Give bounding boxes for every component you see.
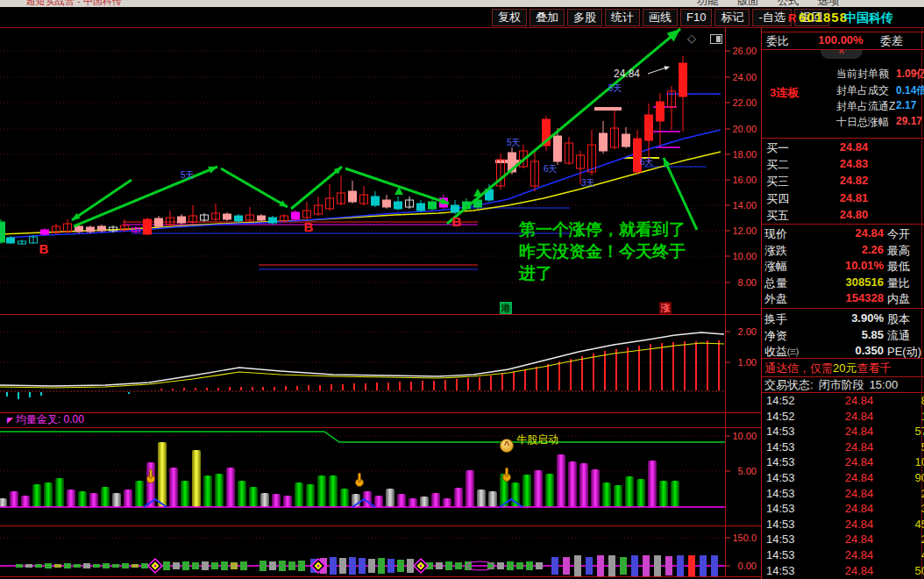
buy-queue-price-1: 24.83 <box>821 157 887 170</box>
rpanel-divider-2 <box>762 138 924 139</box>
status-value: 闭市阶段 <box>819 378 864 391</box>
ad-text-2: 查看千 <box>856 361 891 375</box>
quote-row-label2-0: 今开 <box>887 226 910 242</box>
limit-stat-value-3: 29.17 <box>896 115 922 127</box>
window-titlebar: 超短实战营 - 中国科传 功能版面公式选项 <box>0 0 924 7</box>
buy-queue-label-2: 买三 <box>766 174 789 189</box>
tx-vol-1: 1 <box>885 410 924 423</box>
rpanel-divider-5 <box>762 358 924 359</box>
chart-canvas: 26.0024.0022.0020.0018.0016.0014.0012.00… <box>0 0 763 579</box>
svg-text:港: 港 <box>501 303 511 313</box>
tx-vol-7: 3 <box>885 502 924 515</box>
quote-row2-label-0: 换手 <box>764 311 787 327</box>
tx-time-5: 14:53 <box>766 471 795 484</box>
quote-row2-label-2: 收益㈢ <box>764 344 799 360</box>
stock-code: 601858 <box>799 10 848 25</box>
toolbar-button-7[interactable]: -自选 <box>752 9 791 26</box>
quote-row-label-0: 现价 <box>764 226 787 242</box>
svg-text:10.00: 10.00 <box>732 251 757 261</box>
menu-item-0[interactable]: 功能 <box>697 0 718 7</box>
status-label: 交易状态: <box>764 378 814 391</box>
chart-minwindow-icon[interactable] <box>710 34 722 44</box>
indicator2-label: 均量金叉: 0.00 <box>16 413 84 425</box>
note-line-0: 第一个涨停，就看到了 <box>519 218 729 240</box>
quote-row2-label2-1: 流通 <box>887 328 910 344</box>
tx-vol-3: 5 <box>885 440 924 454</box>
chart-diamond-icon[interactable] <box>687 32 696 45</box>
buy-queue-label-3: 买四 <box>766 191 789 207</box>
svg-text:8.00: 8.00 <box>738 277 757 288</box>
svg-text:22.00: 22.00 <box>732 97 757 108</box>
limit-stat-value-2: 2.17 <box>896 99 916 111</box>
chart-annotation-note: 第一个涨停，就看到了昨天没资金！今天终于进了 <box>519 218 729 284</box>
rpanel-divider-6 <box>762 376 924 377</box>
collapse-tab[interactable] <box>821 49 863 59</box>
bull-signal-chevron-icon[interactable] <box>500 439 514 453</box>
tx-time-8: 14:53 <box>766 518 795 531</box>
tx-price-0: 24.84 <box>835 394 884 407</box>
buy-queue-price-4: 24.80 <box>821 208 887 221</box>
limit-stat-value-1: 0.14倍 <box>896 83 924 98</box>
svg-text:20.00: 20.00 <box>732 124 757 134</box>
quote-row2-label2-2: PE(动) <box>887 344 921 360</box>
tx-price-9: 24.84 <box>835 533 884 546</box>
tx-time-10: 14:53 <box>766 548 795 561</box>
ad-banner[interactable]: 通达信，仅需20元查看千 <box>764 361 891 376</box>
status-time: 15:00 <box>870 378 899 391</box>
buy-queue-price-0: 24.84 <box>821 140 887 154</box>
svg-text:1.00: 1.00 <box>738 357 757 368</box>
buy-queue-label-0: 买一 <box>766 140 789 156</box>
toolbar-button-1[interactable]: 叠加 <box>530 9 565 26</box>
tx-time-11: 14:53 <box>766 564 795 577</box>
indicator2-icon <box>7 416 13 425</box>
tx-price-6: 24.84 <box>835 487 884 500</box>
svg-text:5.00: 5.00 <box>738 466 757 476</box>
limit-stat-label-3: 十日总涨幅 <box>836 115 889 130</box>
svg-text:12.00: 12.00 <box>732 225 757 236</box>
toolbar-buttons: 复权叠加多股统计画线F10标记-自选返回 <box>492 9 829 26</box>
svg-text:B: B <box>304 219 314 234</box>
toolbar-button-5[interactable]: F10 <box>680 9 712 26</box>
tx-price-3: 24.84 <box>835 440 884 454</box>
toolbar-button-3[interactable]: 统计 <box>605 9 640 26</box>
svg-text:5天: 5天 <box>608 83 622 93</box>
menu-item-3[interactable]: 选项 <box>818 0 839 7</box>
rpanel-right-border <box>921 28 922 579</box>
indicator2-label-row: 均量金叉: 0.00 <box>7 412 84 427</box>
quote-row2-value-0: 3.90% <box>796 311 884 325</box>
toolbar-button-6[interactable]: 标记 <box>714 9 750 26</box>
rpanel-divider-0 <box>762 32 924 32</box>
menu-item-2[interactable]: 公式 <box>778 0 799 7</box>
weibi-label: 委比 <box>766 33 789 49</box>
tx-price-7: 24.84 <box>835 502 884 515</box>
tx-price-8: 24.84 <box>835 518 884 531</box>
menu-item-1[interactable]: 版面 <box>737 0 758 7</box>
rpanel-divider-7 <box>762 392 924 393</box>
quote-row-label-1: 涨跌 <box>764 243 787 259</box>
svg-text:26.00: 26.00 <box>732 46 757 56</box>
quote-row2-label-1: 净资 <box>764 328 787 344</box>
tx-vol-8: 45 <box>885 518 924 531</box>
tx-price-2: 24.84 <box>835 425 884 438</box>
tx-vol-0: 8 <box>885 394 924 407</box>
svg-text:10.00: 10.00 <box>732 431 757 441</box>
limit-stat-label-1: 封单占成交 <box>836 83 889 98</box>
svg-text:18.00: 18.00 <box>732 149 757 160</box>
toolbar-button-2[interactable]: 多股 <box>567 9 602 26</box>
tx-vol-6: 2 <box>885 487 924 500</box>
toolbar-button-0[interactable]: 复权 <box>492 9 527 26</box>
weicha-label: 委差 <box>880 33 903 49</box>
trading-status-row: 交易状态:闭市阶段15:00 <box>764 377 903 393</box>
toolbar-button-4[interactable]: 画线 <box>643 9 678 26</box>
quote-row-label2-2: 最低 <box>887 259 910 275</box>
tx-time-9: 14:53 <box>766 533 795 546</box>
buy-queue-label-4: 买五 <box>766 208 789 224</box>
svg-text:2.00: 2.00 <box>738 326 757 337</box>
tx-time-4: 14:53 <box>766 455 795 468</box>
tx-time-0: 14:52 <box>766 394 795 407</box>
menubar: 功能版面公式选项 <box>697 0 858 7</box>
svg-text:6天: 6天 <box>544 164 558 174</box>
svg-text:24.84: 24.84 <box>614 68 640 80</box>
tx-time-1: 14:52 <box>766 410 795 423</box>
buy-queue-price-3: 24.81 <box>821 191 887 204</box>
